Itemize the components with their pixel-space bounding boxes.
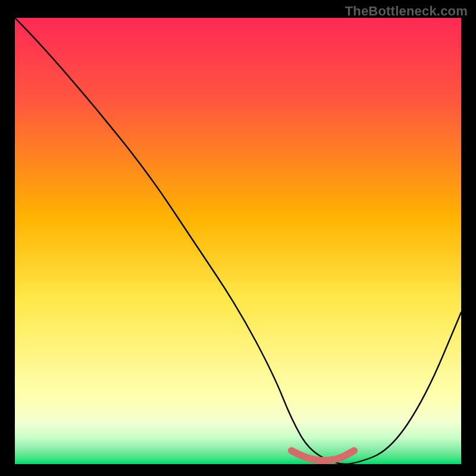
chart-container: [15, 18, 461, 464]
watermark-label: TheBottleneck.com: [345, 4, 468, 19]
chart-background: [15, 18, 461, 464]
page-root: TheBottleneck.com: [0, 0, 476, 476]
bottleneck-chart: [15, 18, 461, 464]
